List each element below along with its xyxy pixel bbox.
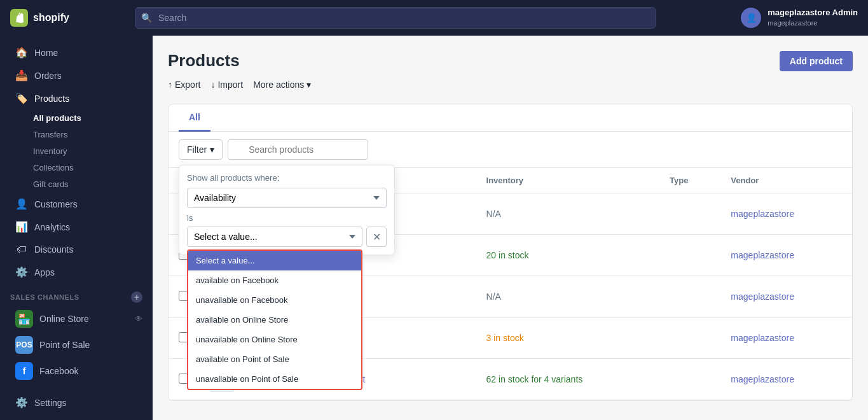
inventory-cell: N/A [476,193,659,235]
search-icon: 🔍 [141,13,152,23]
search-input[interactable] [135,7,656,29]
sidebar-label-customers: Customers [34,199,78,209]
sidebar-sub-inventory[interactable]: Inventory [5,143,148,159]
products-icon: 🏷️ [15,92,28,104]
more-actions-button[interactable]: More actions ▾ [253,76,311,94]
inventory-cell: 20 in stock [476,235,659,276]
sidebar-item-facebook[interactable]: f Facebook [5,358,148,384]
filter-field-select[interactable]: Availability [187,188,387,208]
dropdown-option-select[interactable]: Select a value... [188,251,361,270]
pos-label: Point of Sale [39,340,90,350]
dropdown-list: Select a value... available on Facebook … [187,249,362,390]
import-button[interactable]: ↓ Import [210,76,243,94]
inventory-cell: 62 in stock for 4 variants [476,359,659,400]
type-cell [659,235,720,276]
sales-channels-label: SALES CHANNELS + [0,284,153,305]
dropdown-option-avail-online[interactable]: available on Online Store [188,310,361,330]
products-card: All Filter ▾ 🔍 Show all products where: … [168,104,853,401]
dropdown-option-unavail-pos[interactable]: unavailable on Point of Sale [188,369,361,389]
tab-all[interactable]: All [179,104,210,132]
sidebar-sub-transfers[interactable]: Transfers [5,127,148,143]
vendor-link[interactable]: mageplazastore [731,333,794,343]
pos-icon: POS [15,336,33,354]
inventory-cell: 3 in stock [476,318,659,359]
filter-chevron-icon: ▾ [210,144,214,155]
user-area: 👤 mageplazastore Admin mageplazastore [741,8,858,28]
home-icon: 🏠 [15,46,28,59]
sidebar-item-settings[interactable]: ⚙️ Settings [5,391,148,414]
top-nav: shopify 🔍 👤 mageplazastore Admin magepla… [0,0,868,36]
vendor-link[interactable]: mageplazastore [731,374,794,384]
add-product-button[interactable]: Add product [780,51,853,71]
sidebar-item-products[interactable]: 🏷️ Products [5,87,148,109]
sidebar-item-pos[interactable]: POS Point of Sale [5,332,148,358]
sidebar-label-orders: Orders [34,71,62,81]
dropdown-option-avail-pos[interactable]: available on Point of Sale [188,349,361,369]
user-info: mageplazastore Admin mageplazastore [768,8,858,27]
col-inventory: Inventory [476,168,659,193]
chevron-down-icon: ▾ [307,80,311,90]
eye-icon[interactable]: 👁 [135,314,142,323]
value-select[interactable]: Select a value... [187,227,362,247]
customers-icon: 👤 [15,198,28,210]
orders-icon: 📥 [15,69,28,81]
filter-row: Filter ▾ 🔍 Show all products where: Avai… [169,132,852,168]
vendor-link[interactable]: mageplazastore [731,250,794,260]
vendor-link[interactable]: mageplazastore [731,291,794,302]
online-store-label: Online Store [39,314,89,324]
page-title-area: Products ↑ Export ↓ Import More actions … [168,51,311,94]
sidebar-item-analytics[interactable]: 📊 Analytics [5,216,148,238]
sidebar: 🏠 Home 📥 Orders 🏷️ Products All products… [0,36,153,420]
import-down-icon: ↓ [210,80,215,90]
facebook-label: Facebook [39,366,78,376]
logo-area: shopify [10,9,125,27]
filter-popup: Show all products where: Availability is… [179,165,395,255]
type-cell [659,276,720,318]
export-up-icon: ↑ [168,80,172,90]
export-button[interactable]: ↑ Export [168,76,200,94]
value-select-wrap: Select a value... Select a value... avai… [187,227,362,247]
sidebar-sub-gift-cards[interactable]: Gift cards [5,176,148,192]
delete-filter-button[interactable]: ✕ [366,227,387,247]
col-vendor: Vendor [720,168,852,193]
avatar[interactable]: 👤 [741,8,761,28]
search-bar: 🔍 [135,7,656,29]
sidebar-label-analytics: Analytics [34,222,70,232]
user-name: mageplazastore Admin [768,8,858,18]
type-cell [659,318,720,359]
user-sub: mageplazastore [768,18,858,27]
sidebar-label-discounts: Discounts [34,244,73,255]
sidebar-item-discounts[interactable]: 🏷 Discounts [5,239,148,260]
sidebar-sub-collections[interactable]: Collections [5,160,148,176]
sidebar-label-apps: Apps [34,267,55,277]
filter-popup-label: Show all products where: [187,173,387,183]
analytics-icon: 📊 [15,221,28,233]
sidebar-item-home[interactable]: 🏠 Home [5,41,148,64]
shopify-logo-icon [10,9,28,27]
dropdown-option-unavail-fb[interactable]: unavailable on Facebook [188,290,361,310]
settings-label: Settings [34,398,67,408]
add-sales-channel-button[interactable]: + [131,291,142,303]
sidebar-sub-all-products[interactable]: All products [5,110,148,126]
sidebar-item-apps[interactable]: ⚙️ Apps [5,261,148,283]
dropdown-option-avail-fb[interactable]: available on Facebook [188,270,361,290]
sidebar-item-online-store[interactable]: 🏪 Online Store 👁 [5,306,148,332]
sidebar-item-customers[interactable]: 👤 Customers [5,193,148,215]
inventory-cell: N/A [476,276,659,318]
filter-is-label: is [187,213,387,223]
filter-button[interactable]: Filter ▾ [179,139,223,160]
value-select-row: Select a value... Select a value... avai… [187,227,387,247]
online-store-icon: 🏪 [15,310,33,328]
search-products-input[interactable] [228,139,368,160]
vendor-link[interactable]: mageplazastore [731,209,794,219]
apps-icon: ⚙️ [15,266,28,278]
dropdown-option-unavail-online[interactable]: unavailable on Online Store [188,330,361,349]
fb-left: f Facebook [15,362,78,380]
pos-left: POS Point of Sale [15,336,90,354]
facebook-icon: f [15,362,33,380]
type-cell [659,359,720,400]
discounts-icon: 🏷 [15,244,28,255]
sidebar-item-orders[interactable]: 📥 Orders [5,64,148,87]
tabs-row: All [169,104,852,132]
page-title: Products [168,51,311,71]
